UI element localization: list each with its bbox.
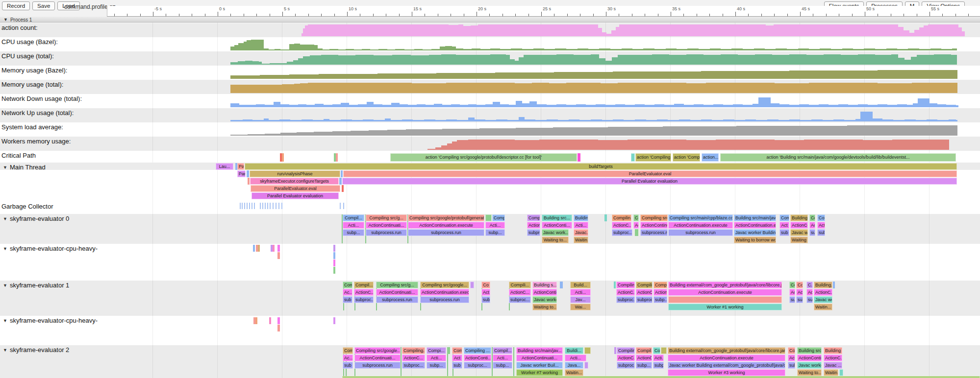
trace-slice[interactable]: subp... [653,362,664,369]
trace-slice[interactable]: Building s... [532,282,557,288]
trace-slice[interactable] [253,245,255,252]
trace-slice[interactable]: Java... [565,362,583,369]
trace-slice[interactable]: subproc... [354,296,374,303]
trace-slice[interactable] [833,282,835,288]
gc-event-tick[interactable] [267,203,268,209]
trace-slice[interactable]: Acti... [574,222,588,229]
trace-slice[interactable]: Waitin... [565,369,583,376]
trace-slice[interactable] [247,170,249,177]
trace-slice[interactable]: Compiling... [617,347,635,354]
trace-slice[interactable]: Compil... [354,282,374,288]
trace-slice[interactable]: Par [237,170,246,177]
trace-slice[interactable]: Compiling src/main/cpp/blaze.cc [668,214,733,221]
gc-event-tick[interactable] [254,203,255,209]
trace-slice[interactable]: Acti... [427,354,446,361]
trace-slice[interactable]: Javac worker Buil... [516,362,563,369]
trace-slice[interactable]: ActionContinuati... [366,222,407,229]
trace-slice[interactable]: Buildin... [574,214,588,221]
counter-chart-memory-usage-total[interactable] [0,80,980,94]
trace-slice[interactable]: subprocess.run [420,296,469,303]
trace-slice[interactable]: Act [481,289,490,296]
trace-slice[interactable]: ActionContinuati... [354,354,401,361]
trace-slice[interactable]: ActionC... [814,289,832,296]
trace-slice[interactable]: ActionContinuati... [640,222,668,229]
trace-slice[interactable] [614,282,616,288]
trace-slice[interactable] [333,267,335,274]
trace-slice[interactable]: Acti... [653,354,664,361]
save-button[interactable]: Save [32,1,55,10]
record-button[interactable]: Record [2,1,30,10]
trace-slice[interactable]: Waiting to... [532,304,557,310]
trace-slice[interactable]: Compiling src/g... [376,282,418,288]
trace-slice[interactable]: Build... [570,282,591,288]
trace-slice[interactable]: Compil... [343,214,364,221]
trace-slice[interactable]: Par [237,163,244,170]
trace-slice[interactable]: Compiling src/google/protobuf/generat... [408,214,484,221]
trace-slice[interactable]: Compil... [636,347,652,354]
trace-slice[interactable]: buildTargets [245,163,957,170]
event-tick[interactable] [401,347,402,376]
gc-event-tick[interactable] [343,203,344,209]
trace-slice[interactable] [269,317,271,324]
trace-slice[interactable]: Com [789,282,795,288]
trace-slice[interactable]: ActionContinuation.execute [668,289,782,296]
trace-slice[interactable] [282,153,284,162]
trace-slice[interactable]: ActionContinuation.execute [668,222,733,229]
trace-slice[interactable]: Worker #3 working [668,369,785,376]
trace-slice[interactable]: Javac wor... [790,229,808,236]
trace-slice[interactable]: Wai... [570,304,591,310]
trace-slice[interactable] [584,362,588,369]
trace-slice[interactable] [339,178,342,185]
trace-slice[interactable]: ActionConti... [797,354,822,361]
trace-slice[interactable]: subproc... [636,296,653,303]
trace-slice[interactable]: sub [343,362,353,369]
trace-slice[interactable] [578,153,580,162]
trace-slice[interactable]: Parallel Evaluator evaluation [342,178,957,185]
trace-slice[interactable] [661,347,667,354]
trace-slice[interactable]: Worker #1 working [668,304,782,310]
collapse-arrow-icon[interactable]: ▼ [3,165,7,170]
trace-slice[interactable]: Ac... [806,289,813,296]
trace-slice[interactable]: Parallel Evaluator evaluation [251,192,339,199]
trace-slice[interactable]: sub [796,296,803,303]
gc-event-tick[interactable] [240,203,241,209]
trace-slice[interactable]: Building src... [790,214,808,221]
trace-slice[interactable]: Javac ... [824,362,842,369]
trace-slice[interactable]: Javac work... [542,229,569,236]
trace-slice[interactable] [255,317,257,324]
trace-slice[interactable]: sub [481,296,490,303]
trace-slice[interactable]: Javac wo... [814,296,832,303]
gc-event-tick[interactable] [340,203,341,209]
trace-slice[interactable]: Compil... [527,214,540,221]
trace-slice[interactable]: Building external/com_google_protobuf/ja… [668,282,782,288]
trace-slice[interactable]: Com [817,214,825,221]
trace-slice[interactable]: Act [809,222,815,229]
trace-slice[interactable]: Acti... [570,289,591,296]
trace-slice[interactable]: Waiting to... [542,236,569,243]
trace-slice[interactable]: ActionC... [636,289,653,296]
trace-slice[interactable]: Compilin... [612,214,631,221]
trace-slice[interactable] [635,229,638,236]
collapse-arrow-icon[interactable]: ▼ [3,17,8,22]
trace-slice[interactable]: ActionC... [509,289,531,296]
trace-slice[interactable]: sub [788,362,795,369]
trace-slice[interactable]: Acti... [343,222,364,229]
trace-slice[interactable] [839,369,843,376]
trace-slice[interactable]: action 'Compiling... [635,153,671,162]
trace-slice[interactable]: Act [788,354,795,361]
trace-slice[interactable]: Building src/main/jav... [516,347,563,354]
collapse-arrow-icon[interactable]: ▼ [3,348,7,353]
trace-slice[interactable]: subproc... [616,296,635,303]
trace-slice[interactable]: subproc... [617,362,635,369]
trace-slice[interactable]: Act [633,222,639,229]
trace-slice[interactable]: subproc... [402,362,425,369]
trace-slice[interactable]: subprocess.run [354,362,401,369]
trace-slice[interactable]: Ac... [789,289,795,296]
counter-chart-workers-memory-usage[interactable] [0,137,980,151]
gc-event-tick[interactable] [249,203,250,209]
trace-slice[interactable] [342,376,980,378]
trace-slice[interactable]: Compiling src/core/... [640,214,668,221]
gc-event-tick[interactable] [242,203,243,209]
trace-slice[interactable]: subp... [653,296,667,303]
trace-slice[interactable]: Jav... [570,296,591,303]
